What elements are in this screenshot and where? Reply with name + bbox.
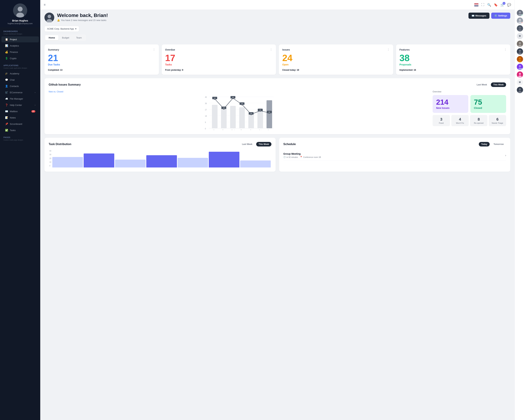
- sidebar-item-label: Notes: [10, 116, 16, 119]
- sidebar-user-avatar: [13, 3, 27, 18]
- closed-label: Closed: [474, 107, 503, 109]
- github-title: Github Issues Summary: [49, 83, 81, 86]
- sidebar-item-filemanager[interactable]: ☁️ File Manager: [1, 96, 39, 102]
- github-header: Github Issues Summary Last Week This Wee…: [49, 83, 506, 87]
- sidebar-item-finance[interactable]: 💰 Finance: [1, 49, 39, 55]
- today-btn[interactable]: Today: [479, 142, 490, 147]
- github-toggle-group: Last Week This Week: [474, 83, 506, 87]
- messages-topbar-icon[interactable]: 💬: [507, 3, 511, 7]
- svg-point-60: [519, 27, 521, 29]
- chevron-right-icon[interactable]: ›: [505, 154, 506, 157]
- right-avatar-m1[interactable]: M: [517, 33, 523, 39]
- sidebar-item-notes[interactable]: 📝 Notes: [1, 115, 39, 121]
- right-avatar-2[interactable]: [517, 18, 523, 24]
- new-issues-stat: 214 New Issues: [433, 95, 468, 113]
- svg-text:Fri: Fri: [250, 130, 252, 130]
- sidebar-item-academy[interactable]: 🎓 Academy: [1, 71, 39, 76]
- this-week-btn[interactable]: This Week: [491, 83, 506, 87]
- sidebar-item-scrumboard[interactable]: 📌 Scrumboard: [1, 121, 39, 127]
- card-overdue-footer: From yesterday: 9: [165, 69, 273, 71]
- sidebar-item-mailbox[interactable]: ✉️ Mailbox 27: [1, 108, 39, 114]
- card-features-number: 38: [400, 53, 507, 63]
- task-this-week-btn[interactable]: This Week: [256, 142, 272, 147]
- sidebar-item-tasks[interactable]: ✅ Tasks: [1, 127, 39, 133]
- schedule-header: Schedule Today Tomorrow: [283, 142, 506, 147]
- right-avatar-7[interactable]: [517, 64, 523, 70]
- sidebar-item-chat[interactable]: 💬 Chat: [1, 77, 39, 83]
- chat-icon: 💬: [5, 78, 8, 81]
- bookmark-icon[interactable]: 🔖: [494, 3, 498, 7]
- right-avatar-3[interactable]: [517, 25, 523, 31]
- card-menu-icon[interactable]: ⋮: [504, 48, 507, 51]
- sidebar-user-name: Brian Hughes: [12, 19, 28, 22]
- right-avatar-4[interactable]: [517, 41, 523, 47]
- svg-rect-21: [239, 107, 245, 128]
- tomorrow-btn[interactable]: Tomorrow: [491, 142, 506, 147]
- svg-text:Sat: Sat: [259, 130, 262, 130]
- sidebar-item-label: Help Center: [10, 104, 22, 106]
- hamburger-icon[interactable]: ≡: [44, 3, 46, 7]
- dashboards-section-label: DASHBOARDS: [0, 27, 40, 33]
- card-menu-icon[interactable]: ⋮: [270, 48, 272, 51]
- settings-button[interactable]: ⚙️ Settings: [491, 13, 510, 19]
- right-avatar-8[interactable]: [517, 71, 523, 78]
- sidebar-item-label: Contacts: [10, 85, 19, 87]
- svg-rect-22: [248, 114, 254, 128]
- schedule-meta: 🕐 in 32 minutes 📍 Conference room 1B: [283, 156, 321, 158]
- header-left: Welcome back, Brian! 🔔 You have 2 new me…: [45, 13, 108, 22]
- sidebar-item-analytics[interactable]: 📊 Analytics: [1, 43, 39, 49]
- right-avatar-5[interactable]: [517, 48, 523, 55]
- card-summary-label: Due Tasks: [48, 63, 155, 66]
- tab-home[interactable]: Home: [45, 35, 58, 40]
- messages-button[interactable]: ✉️ Messages: [469, 13, 489, 19]
- task-dist-title: Task Distribution: [49, 143, 71, 146]
- sidebar-item-label: Analytics: [10, 45, 19, 47]
- reopened-number: 8: [471, 117, 486, 122]
- tab-budget[interactable]: Budget: [58, 35, 73, 40]
- svg-rect-19: [221, 109, 227, 128]
- notes-icon: 📝: [5, 116, 8, 119]
- schedule-title: Schedule: [283, 143, 296, 146]
- card-summary-title: Summary: [48, 48, 59, 51]
- last-week-btn[interactable]: Last Week: [474, 83, 489, 87]
- svg-point-75: [519, 73, 521, 75]
- cart-icon[interactable]: 🛒 5: [500, 3, 504, 7]
- gear-icon: ⚙️: [494, 14, 497, 17]
- svg-point-54: [519, 11, 521, 13]
- right-avatar-1[interactable]: [517, 10, 523, 16]
- right-avatar-9[interactable]: [517, 87, 523, 93]
- svg-text:34: 34: [241, 103, 243, 105]
- task-last-week-btn[interactable]: Last Week: [240, 142, 255, 147]
- card-issues-label: Open: [282, 63, 390, 66]
- summary-cards: Summary ⋮ 21 Due Tasks Completed: 13 Ove…: [45, 45, 510, 75]
- chevron-right-icon: ›: [35, 104, 35, 106]
- sidebar-item-project[interactable]: 📋 Project: [1, 37, 39, 42]
- sidebar-item-ecommerce[interactable]: 🛒 ECommerce ›: [1, 89, 39, 95]
- sidebar-item-helpcenter[interactable]: ❓ Help Center ›: [1, 102, 39, 108]
- tab-team[interactable]: Team: [73, 35, 85, 40]
- right-avatar-m2[interactable]: M: [517, 79, 523, 85]
- sidebar-item-label: Chat: [10, 79, 15, 81]
- svg-point-72: [519, 65, 521, 67]
- tabs-container: Home Budget Team: [45, 35, 86, 41]
- project-selector[interactable]: ACME Corp. Backend App ▾: [45, 26, 79, 32]
- flag-icon[interactable]: [474, 3, 478, 6]
- sidebar-item-label: ECommerce: [10, 91, 22, 94]
- card-overdue-title: Overdue: [165, 48, 175, 51]
- svg-rect-18: [212, 105, 217, 128]
- right-avatar-6[interactable]: [517, 56, 523, 62]
- card-overdue: Overdue ⋮ 17 Tasks From yesterday: 9: [162, 45, 276, 75]
- sidebar-item-label: Crypto: [10, 57, 17, 60]
- schedule-item: Group Meeting 🕐 in 32 minutes 📍 Conferen…: [283, 150, 506, 161]
- card-menu-icon[interactable]: ⋮: [387, 48, 390, 51]
- card-features-title: Features: [400, 48, 410, 51]
- search-icon[interactable]: 🔍: [487, 3, 491, 7]
- triage-label: Needs Triage: [490, 122, 505, 124]
- card-menu-icon[interactable]: ⋮: [153, 48, 155, 51]
- sidebar-item-crypto[interactable]: 💲 Crypto: [1, 55, 39, 61]
- schedule-section: Schedule Today Tomorrow Group Meeting 🕐 …: [279, 138, 510, 172]
- fullscreen-icon[interactable]: ⛶: [481, 3, 484, 7]
- envelope-icon: ✉️: [472, 14, 474, 17]
- sidebar-item-contacts[interactable]: 👤 Contacts: [1, 83, 39, 89]
- task-dist-header: Task Distribution Last Week This Week: [49, 142, 272, 147]
